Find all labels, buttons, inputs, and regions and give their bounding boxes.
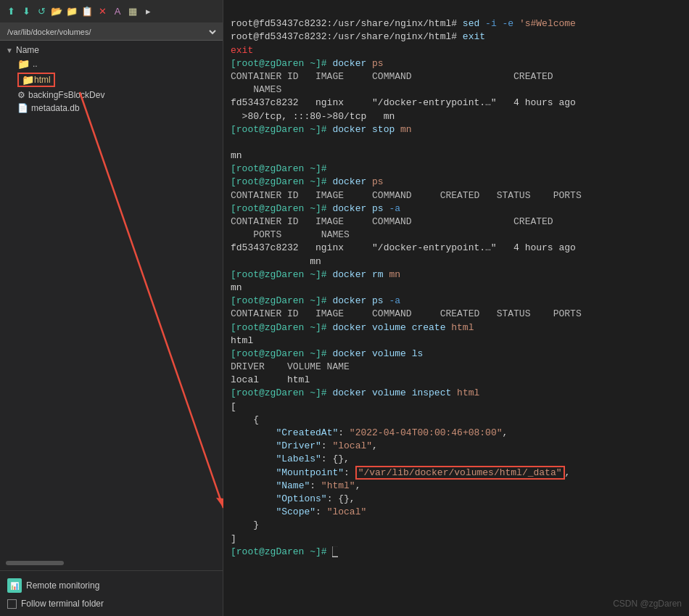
term-brace-open: { [231,414,259,425]
term-prompt-1: [root@zgDaren ~]# [231,58,332,69]
toolbar-icon-copy[interactable]: 📋 [81,5,94,18]
term-arg-mn2: mn [389,269,400,280]
term-container-4: mn [231,256,321,267]
term-string-sed: 's#Welcome [519,18,576,29]
term-prompt-9: [root@zgDaren ~]# [231,348,332,359]
bottom-panel: 📊 Remote monitoring Follow terminal fold… [0,570,223,616]
tree-item-metadata[interactable]: 📄 metadata.db [0,102,223,115]
term-arg-ps1: ps [372,58,384,69]
term-cmd-volinspect: docker volume inspect [332,387,457,398]
term-created-at: "CreatedAt": "2022-04-04T00:00:46+08:00"… [231,427,508,438]
term-mn-2: mn [231,282,242,293]
follow-terminal-item: Follow terminal folder [7,596,215,612]
html-folder-label: html [34,75,51,85]
term-line-1: root@fd53437c8232:/usr/share/nginx/html# [231,18,463,29]
scrollbar[interactable] [6,561,64,565]
term-mn-1: mn [231,150,242,161]
term-header-4: CONTAINER ID IMAGE COMMAND CREATED [231,216,553,227]
term-flag-i: -i -e [485,18,519,29]
tree-header-label: Name [16,45,39,55]
term-flag-a1: -a [389,203,400,214]
term-mountpoint: "Mountpoint": "/var/lib/docker/volumes/h… [231,466,570,480]
tree-item-label: .. [33,59,38,69]
term-cmd-sed: sed [463,18,485,29]
folder-icon: 📁 [17,58,30,70]
term-prompt-3: [root@zgDaren ~]# [231,163,327,174]
term-arg-ps2: ps [372,176,384,187]
path-bar[interactable]: /var/lib/docker/volumes/ [0,23,223,41]
toolbar-icon-folder-new[interactable]: 📁 [65,5,78,18]
tree-backing-label: backingFsBlockDev [28,90,104,100]
toolbar-icon-grid[interactable]: ▦ [126,5,139,18]
term-exit-text: exit [231,45,253,56]
term-cmd-stop: docker stop [332,124,400,135]
term-header-3: CONTAINER ID IMAGE COMMAND CREATED STATU… [231,190,582,201]
term-header-7: DRIVER VOLUME NAME [231,361,350,372]
term-html-1: html [231,335,253,346]
term-arg-html1: html [451,322,474,333]
toolbar: ⬆ ⬇ ↺ 📂 📁 📋 ✕ A ▦ ▸ [0,0,223,23]
scrollbar-area [0,556,223,570]
term-driver: "Driver": "local", [231,440,378,451]
follow-terminal-label: Follow terminal folder [21,599,104,609]
term-header-1: CONTAINER ID IMAGE COMMAND CREATED [231,71,553,82]
term-cmd-rm: docker rm [332,269,389,280]
term-cmd-docker2: docker [332,176,372,187]
html-folder-icon: 📁 [22,74,34,86]
term-arg-mn1: mn [400,124,412,135]
term-prompt-7: [root@zgDaren ~]# [231,295,332,306]
file-explorer-panel: ⬆ ⬇ ↺ 📂 📁 📋 ✕ A ▦ ▸ /var/lib/docker/volu… [0,0,223,616]
toolbar-icon-delete[interactable]: ✕ [96,5,109,18]
term-cmd-volcreate: docker volume create [332,322,451,333]
toolbar-icon-folder-open[interactable]: 📂 [50,5,63,18]
toolbar-icon-up[interactable]: ⬆ [4,5,17,18]
term-cmd-docker3: docker ps [332,203,389,214]
term-prompt-10: [root@zgDaren ~]# [231,387,332,398]
term-prompt-6: [root@zgDaren ~]# [231,269,332,280]
term-prompt-final: [root@zgDaren ~]# █ [231,546,338,557]
term-bracket-close: ] [231,533,236,544]
term-arg-html2: html [457,387,479,398]
term-cmd-docker4: docker ps [332,295,389,306]
path-select[interactable]: /var/lib/docker/volumes/ [4,27,218,37]
expand-arrow: ▼ [6,46,13,54]
term-container-2: >80/tcp, :::80->80/tcp mn [231,111,395,122]
toolbar-icon-down[interactable]: ⬇ [20,5,33,18]
tree-item-html[interactable]: 📁 html [0,71,223,89]
term-cmd-volls: docker volume ls [332,348,423,359]
watermark: CSDN @zgDaren [613,599,682,609]
toolbar-icon-rename[interactable]: A [111,5,124,18]
term-line-2: root@fd53437c8232:/usr/share/nginx/html# [231,31,463,42]
term-cmd-exit1: exit [463,31,485,42]
terminal-panel[interactable]: root@fd53437c8232:/usr/share/nginx/html#… [223,0,689,616]
tree-item-dotdot[interactable]: 📁 .. [0,57,223,71]
term-prompt-8: [root@zgDaren ~]# [231,322,332,333]
term-labels: "Labels": {}, [231,453,350,464]
term-container-1: fd53437c8232 nginx "/docker-entrypoint.…… [231,97,576,108]
tree-metadata-label: metadata.db [31,103,80,113]
remote-monitoring-item[interactable]: 📊 Remote monitoring [7,575,215,596]
term-name: "Name": "html", [231,480,360,491]
remote-monitoring-label: Remote monitoring [26,580,99,591]
term-header-6: CONTAINER ID IMAGE COMMAND CREATED STATU… [231,308,582,319]
term-prompt-4: [root@zgDaren ~]# [231,176,332,187]
term-options: "Options": {}, [231,493,355,504]
follow-terminal-checkbox[interactable] [7,599,17,609]
monitor-icon: 📊 [7,578,22,593]
term-bracket-open: [ [231,401,236,412]
term-flag-a2: -a [389,295,400,306]
term-prompt-2: [root@zgDaren ~]# [231,124,332,135]
term-volls-local: local html [231,374,310,385]
term-prompt-5: [root@zgDaren ~]# [231,203,332,214]
term-header-2: NAMES [231,84,281,95]
toolbar-icon-refresh[interactable]: ↺ [35,5,48,18]
toolbar-icon-more[interactable]: ▸ [141,5,154,18]
file-tree: ▼ Name 📁 .. 📁 html ⚙ backingFsBlockDev 📄… [0,41,223,556]
term-brace-close: } [231,520,259,530]
tree-item-backing[interactable]: ⚙ backingFsBlockDev [0,89,223,102]
device-icon: ⚙ [17,90,25,100]
term-header-5: PORTS NAMES [231,229,350,240]
html-folder-box: 📁 html [17,73,55,87]
term-container-3: fd53437c8232 nginx "/docker-entrypoint.…… [231,242,576,253]
term-cmd-docker1: docker [332,58,372,69]
